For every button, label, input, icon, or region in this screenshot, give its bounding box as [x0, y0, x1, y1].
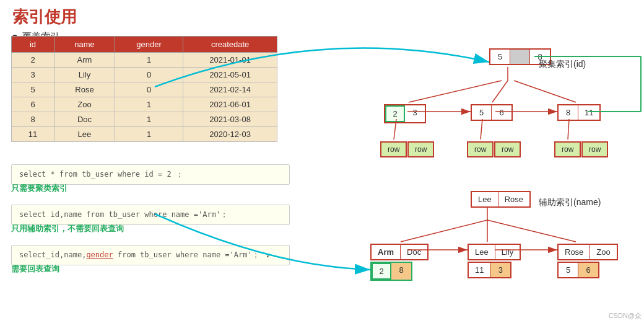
svg-line-11: [568, 119, 569, 139]
aux-leaf-mid-v1: Lee: [469, 245, 495, 259]
table-row: 5Rose02021-02-14: [12, 82, 277, 97]
table-cell-id: 8: [12, 112, 54, 127]
table-row: 3Lily02021-05-01: [12, 68, 277, 82]
aux-leaf-left-rows: 2 8: [370, 262, 412, 281]
aux-leaf-right: Rose Zoo: [557, 244, 618, 260]
cluster-root-mid: [510, 50, 530, 64]
cluster-row-m2: row: [494, 141, 521, 157]
aux-leaf-right-rows: 5 6: [557, 262, 599, 278]
sql-label-3: 需要回表查询: [11, 263, 59, 275]
rc-row: row: [495, 143, 520, 156]
table-cell-gender: 1: [115, 97, 183, 112]
svg-line-4: [409, 81, 502, 102]
cluster-root-left: 5: [490, 50, 510, 64]
cluster-l2-left: 2 3: [384, 104, 426, 123]
table-cell-createdate: 2021-01-01: [183, 53, 277, 68]
table-row: 11Lee12020-12-03: [12, 127, 277, 142]
aux-root-node: Lee Rose: [471, 191, 531, 208]
table-cell-createdate: 2021-02-14: [183, 82, 277, 97]
table-cell-createdate: 2021-05-01: [183, 68, 277, 82]
aux-row-mid-v1: 11: [469, 263, 490, 277]
aux-leaf-right-v2: Zoo: [590, 245, 616, 259]
rc-row: row: [381, 143, 406, 156]
aux-leaf-right-v1: Rose: [559, 245, 590, 259]
aux-row-right-v1: 5: [559, 263, 578, 277]
table-cell-name: Doc: [54, 112, 115, 127]
cluster-row-m1: row: [467, 141, 494, 157]
watermark: CSDN@众: [609, 311, 642, 321]
cluster-l2-right: 8 11: [557, 104, 601, 121]
highlight-gender: gender: [86, 250, 113, 259]
cluster-row-r2: row: [581, 141, 608, 157]
aux-leaf-mid-rows: 11 3: [468, 262, 511, 278]
aux-leaf-mid-v2: Lily: [495, 245, 520, 259]
table-cell-gender: 0: [115, 82, 183, 97]
cluster-l2-right-v2: 11: [578, 105, 599, 120]
sql-box-1: select * from tb_user where id = 2 ；: [11, 164, 290, 185]
rc-row: row: [555, 143, 580, 156]
table-row: 8Doc12021-03-08: [12, 112, 277, 127]
svg-line-10: [481, 119, 482, 139]
aux-row-left-v2: 8: [391, 263, 411, 280]
cluster-index-label: 聚集索引(id): [539, 59, 586, 70]
col-id: id: [12, 37, 54, 53]
sql-box-2: select id,name from tb_user where name =…: [11, 205, 290, 225]
table-cell-name: Arm: [54, 53, 115, 68]
aux-leaf-left-v2: Doc: [401, 245, 427, 259]
sql-label-2: 只用辅助索引，不需要回表查询: [11, 223, 124, 234]
table-cell-name: Lily: [54, 68, 115, 82]
table-cell-id: 5: [12, 82, 54, 97]
aux-leaf-mid: Lee Lily: [468, 244, 521, 260]
table-cell-name: Lee: [54, 127, 115, 142]
table-cell-createdate: 2021-06-01: [183, 97, 277, 112]
rc-row: row: [468, 143, 492, 156]
table-cell-id: 11: [12, 127, 54, 142]
svg-line-13: [401, 220, 487, 242]
svg-line-15: [487, 220, 576, 242]
table-cell-createdate: 2020-12-03: [183, 127, 277, 142]
aux-row-mid-v2: 3: [490, 263, 510, 277]
cluster-l2-left-v2: 3: [405, 105, 425, 122]
page-title: 索引使用: [0, 0, 644, 32]
cluster-row-r1: row: [554, 141, 581, 157]
aux-leaf-left-v1: Arm: [372, 245, 401, 259]
cluster-l2-mid: 5 6: [471, 104, 513, 121]
aux-row-right-v2: 6: [578, 263, 598, 277]
aux-row-left-v1: 2: [372, 263, 391, 280]
main-container: 索引使用 覆盖索引 id name gender createdate 2Arm…: [0, 0, 644, 323]
table-cell-createdate: 2021-03-08: [183, 112, 277, 127]
cluster-row-l2: row: [407, 141, 434, 157]
table-row: 2Arm12021-01-01: [12, 53, 277, 68]
cluster-l2-right-v1: 8: [559, 105, 578, 120]
table-cell-id: 3: [12, 68, 54, 82]
table-cell-id: 2: [12, 53, 54, 68]
col-name: name: [54, 37, 115, 53]
table-cell-id: 6: [12, 97, 54, 112]
table-row: 6Zoo12021-06-01: [12, 97, 277, 112]
table-cell-gender: 0: [115, 68, 183, 82]
data-table: id name gender createdate 2Arm12021-01-0…: [11, 36, 277, 142]
col-createdate: createdate: [183, 37, 277, 53]
rc-row: row: [409, 143, 433, 156]
cluster-row-l1: row: [380, 141, 407, 157]
aux-root-v1: Lee: [472, 192, 498, 206]
col-gender: gender: [115, 37, 183, 53]
table-cell-gender: 1: [115, 53, 183, 68]
rc-row: row: [583, 143, 607, 156]
svg-line-5: [492, 81, 508, 102]
table-cell-name: Rose: [54, 82, 115, 97]
cluster-l2-mid-v1: 5: [472, 105, 492, 120]
aux-root-v2: Rose: [498, 192, 529, 206]
data-table-wrapper: id name gender createdate 2Arm12021-01-0…: [11, 36, 277, 142]
table-cell-gender: 1: [115, 112, 183, 127]
table-cell-name: Zoo: [54, 97, 115, 112]
svg-line-6: [514, 81, 576, 102]
sql-box-3: select_id,name,gender from tb_user where…: [11, 245, 290, 265]
aux-leaf-left: Arm Doc: [370, 244, 429, 260]
cluster-l2-mid-v2: 6: [492, 105, 511, 120]
aux-index-label: 辅助索引(name): [539, 197, 601, 208]
table-cell-gender: 1: [115, 127, 183, 142]
cluster-l2-left-v1: 2: [385, 105, 405, 122]
sql-label-1: 只需要聚类索引: [11, 183, 67, 194]
